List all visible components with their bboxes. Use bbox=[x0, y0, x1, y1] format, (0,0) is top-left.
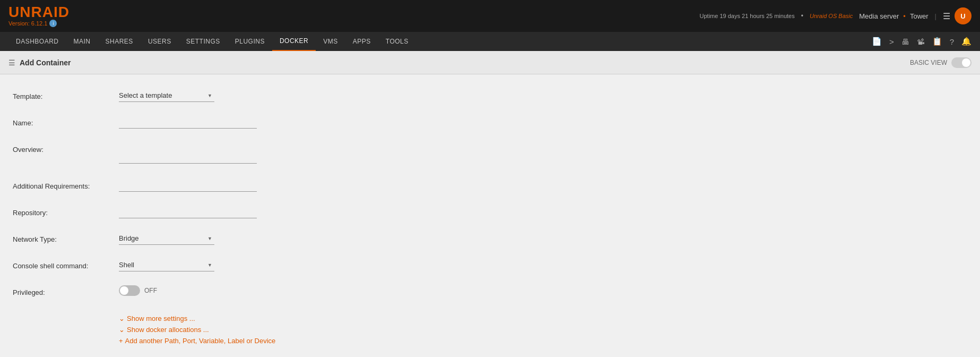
uptime-dot: • bbox=[801, 12, 803, 20]
topbar-right: Uptime 19 days 21 hours 25 minutes • Unr… bbox=[700, 7, 972, 24]
template-label: Template: bbox=[13, 89, 119, 100]
content: Template: Select a template Name: Overvi… bbox=[0, 74, 980, 357]
show-docker-allocations-label: Show docker allocations ... bbox=[127, 326, 209, 334]
network-type-label: Network Type: bbox=[13, 232, 119, 243]
nav-item-apps[interactable]: APPS bbox=[345, 32, 378, 51]
console-shell-select[interactable]: Shell Bash sh bbox=[119, 259, 214, 271]
show-docker-chevron-icon: ⌄ bbox=[119, 326, 125, 334]
nav-item-settings[interactable]: SETTINGS bbox=[179, 32, 228, 51]
show-more-settings-label: Show more settings ... bbox=[127, 314, 195, 322]
server-name: Media server bbox=[859, 12, 899, 20]
nav-item-users[interactable]: USERS bbox=[141, 32, 179, 51]
name-input[interactable] bbox=[119, 116, 257, 129]
uptime-text: Uptime 19 days 21 hours 25 minutes bbox=[700, 13, 795, 19]
nav-links: DASHBOARD MAIN SHARES USERS SETTINGS PLU… bbox=[8, 32, 416, 51]
console-shell-select-wrapper: Shell Bash sh bbox=[119, 259, 214, 271]
console-shell-row: Console shell command: Shell Bash sh bbox=[13, 257, 980, 274]
privileged-row: Privileged: OFF bbox=[13, 283, 980, 299]
nav-item-shares[interactable]: SHARES bbox=[98, 32, 141, 51]
toggle-knob bbox=[120, 286, 128, 295]
nav-item-vms[interactable]: VMS bbox=[316, 32, 345, 51]
nav-item-docker[interactable]: DOCKER bbox=[272, 32, 316, 51]
privileged-toggle[interactable] bbox=[119, 285, 140, 296]
tower-name: Tower bbox=[910, 12, 929, 20]
links-label-spacer bbox=[13, 310, 119, 313]
nav-icon-desktop[interactable]: 🖶 bbox=[901, 37, 909, 46]
page-title-area: ☰ Add Container bbox=[8, 58, 71, 67]
topbar-left: UNRAID Version: 6.12.1 i bbox=[8, 5, 70, 27]
template-field: Select a template bbox=[119, 89, 980, 102]
repository-row: Repository: bbox=[13, 203, 980, 220]
privileged-state-label: OFF bbox=[144, 287, 157, 294]
template-select-wrapper: Select a template bbox=[119, 89, 214, 102]
network-type-field: Bridge Host None bbox=[119, 232, 980, 245]
name-field bbox=[119, 116, 980, 129]
basic-view-toggle[interactable] bbox=[951, 57, 972, 68]
overview-label: Overview: bbox=[13, 142, 119, 154]
repository-field bbox=[119, 206, 980, 218]
name-label: Name: bbox=[13, 116, 119, 127]
overview-textarea[interactable] bbox=[119, 142, 257, 164]
add-another-link[interactable]: + Add another Path, Port, Variable, Labe… bbox=[119, 337, 980, 345]
privileged-field: OFF bbox=[119, 285, 980, 296]
avatar[interactable]: U bbox=[955, 7, 972, 24]
nav-item-dashboard[interactable]: DASHBOARD bbox=[8, 32, 66, 51]
template-row: Template: Select a template bbox=[13, 87, 980, 104]
navbar: DASHBOARD MAIN SHARES USERS SETTINGS PLU… bbox=[0, 32, 980, 51]
console-shell-field: Shell Bash sh bbox=[119, 259, 980, 271]
links-section: ⌄ Show more settings ... ⌄ Show docker a… bbox=[119, 314, 980, 348]
nav-icon-terminal[interactable]: > bbox=[889, 37, 894, 46]
console-shell-label: Console shell command: bbox=[13, 259, 119, 270]
server-info: Media server • Tower | ☰ U bbox=[859, 7, 972, 24]
add-another-label: Add another Path, Port, Variable, Label … bbox=[125, 337, 276, 345]
template-select[interactable]: Select a template bbox=[119, 89, 214, 102]
nav-icon-bell[interactable]: 🔔 bbox=[961, 37, 972, 46]
repository-label: Repository: bbox=[13, 206, 119, 217]
repository-input[interactable] bbox=[119, 206, 257, 218]
logo-area: UNRAID Version: 6.12.1 i bbox=[8, 5, 70, 27]
links-row: ⌄ Show more settings ... ⌄ Show docker a… bbox=[13, 308, 980, 350]
privileged-label: Privileged: bbox=[13, 285, 119, 296]
additional-req-label: Additional Requirements: bbox=[13, 179, 119, 190]
server-dot: • bbox=[903, 12, 906, 20]
basic-view-label: BASIC VIEW bbox=[910, 59, 947, 66]
nav-icon-help[interactable]: ? bbox=[950, 37, 954, 46]
hamburger-icon[interactable]: ☰ bbox=[943, 11, 950, 21]
nav-icon-file[interactable]: 📄 bbox=[872, 37, 882, 46]
network-type-select[interactable]: Bridge Host None bbox=[119, 232, 214, 245]
version-info: Version: 6.12.1 i bbox=[8, 20, 70, 27]
nav-item-tools[interactable]: TOOLS bbox=[378, 32, 416, 51]
topbar: UNRAID Version: 6.12.1 i Uptime 19 days … bbox=[0, 0, 980, 32]
nav-icon-monitor[interactable]: 📽 bbox=[917, 37, 925, 46]
page-title: Add Container bbox=[20, 58, 71, 67]
version-info-icon[interactable]: i bbox=[49, 20, 57, 27]
nav-item-plugins[interactable]: PLUGINS bbox=[228, 32, 272, 51]
additional-req-row: Additional Requirements: bbox=[13, 177, 980, 194]
nav-item-main[interactable]: MAIN bbox=[66, 32, 98, 51]
network-type-select-wrapper: Bridge Host None bbox=[119, 232, 214, 245]
additional-req-input[interactable] bbox=[119, 179, 257, 192]
page-header: ☰ Add Container BASIC VIEW bbox=[0, 51, 980, 74]
grid-icon: ☰ bbox=[8, 58, 15, 67]
overview-field bbox=[119, 142, 980, 165]
overview-row: Overview: bbox=[13, 140, 980, 167]
show-more-settings-link[interactable]: ⌄ Show more settings ... bbox=[119, 314, 980, 322]
unraid-logo: UNRAID bbox=[8, 5, 70, 20]
show-more-chevron-icon: ⌄ bbox=[119, 314, 125, 322]
unraid-os-label: Unraid OS Basic bbox=[810, 13, 853, 19]
add-plus-icon: + bbox=[119, 337, 123, 345]
basic-view-area: BASIC VIEW bbox=[910, 57, 972, 68]
nav-icon-doc[interactable]: 📋 bbox=[932, 37, 942, 46]
server-divider: | bbox=[935, 12, 936, 20]
network-type-row: Network Type: Bridge Host None bbox=[13, 230, 980, 247]
additional-req-field bbox=[119, 179, 980, 192]
show-docker-allocations-link[interactable]: ⌄ Show docker allocations ... bbox=[119, 326, 980, 334]
nav-right-icons: 📄 > 🖶 📽 📋 ? 🔔 bbox=[872, 37, 972, 46]
name-row: Name: bbox=[13, 114, 980, 131]
